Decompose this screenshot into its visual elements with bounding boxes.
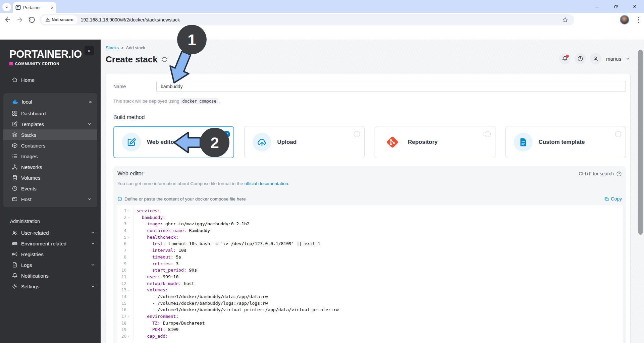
help-button[interactable] xyxy=(575,53,586,64)
yaml-key: network_mode: xyxy=(147,281,181,286)
code-line: 8 timeout: 5s xyxy=(116,254,623,261)
tab-close-icon[interactable]: × xyxy=(51,5,54,10)
sidebar-item-dashboard[interactable]: Dashboard xyxy=(3,108,97,119)
stack-name-input[interactable] xyxy=(156,81,626,92)
fold-spacer xyxy=(127,300,132,307)
fold-chevron-icon[interactable] xyxy=(127,333,132,340)
notifications-bell-button[interactable] xyxy=(559,53,571,64)
browser-profile-avatar[interactable] xyxy=(620,15,629,24)
sidebar-item-label: User-related xyxy=(21,230,49,236)
user-avatar-button[interactable] xyxy=(590,53,601,64)
official-documentation-link[interactable]: official documentation. xyxy=(244,181,289,186)
sidebar-item-settings[interactable]: Settings xyxy=(0,281,101,292)
sidebar-item-volumes[interactable]: Volumes xyxy=(3,172,97,183)
sidebar: PORTAINER.IO COMMUNITY EDITION « Home lo… xyxy=(0,40,101,343)
copy-button[interactable]: Copy xyxy=(604,196,622,202)
home-icon xyxy=(12,77,18,83)
sidebar-item-networks[interactable]: Networks xyxy=(3,162,97,172)
sidebar-item-label: Registries xyxy=(21,251,44,257)
sidebar-item-host[interactable]: Host xyxy=(3,194,97,205)
sidebar-item-label: Logs xyxy=(21,262,32,268)
build-method-upload[interactable]: Upload xyxy=(244,126,365,158)
sidebar-item-stacks[interactable]: Stacks xyxy=(3,129,97,140)
help-circle-icon[interactable] xyxy=(616,171,622,177)
fold-chevron-icon[interactable] xyxy=(127,287,132,293)
sidebar-item-notifications[interactable]: Notifications xyxy=(0,270,101,281)
fold-chevron-icon[interactable] xyxy=(127,234,132,241)
chevron-down-icon[interactable] xyxy=(91,263,95,267)
back-button[interactable] xyxy=(4,16,11,23)
web-editor-icon xyxy=(122,133,141,152)
url-bar[interactable]: Not secure 192.168.1.18:9000/#!/2/docker… xyxy=(40,14,574,25)
users-icon xyxy=(12,230,18,236)
not-secure-badge[interactable]: Not secure xyxy=(41,15,77,24)
templates-icon xyxy=(12,121,18,127)
environment-close-icon[interactable]: × xyxy=(89,99,92,105)
sidebar-item-images[interactable]: Images xyxy=(3,151,97,162)
fold-chevron-icon[interactable] xyxy=(127,214,132,221)
build-method-web-editor[interactable]: Web editor xyxy=(113,126,234,158)
bookmark-star-icon[interactable] xyxy=(562,17,568,23)
chevron-down-icon[interactable] xyxy=(91,284,95,289)
sidebar-item-user-related[interactable]: User-related xyxy=(0,227,101,238)
code-line: 11 user: 999:10 xyxy=(116,274,623,280)
code-gutter: 4 xyxy=(116,227,134,234)
code-line: 19 PORT: 8109 xyxy=(116,326,623,333)
fold-chevron-icon[interactable] xyxy=(127,313,132,320)
radio-circle[interactable] xyxy=(485,131,491,137)
sidebar-item-label: Events xyxy=(21,186,37,191)
fold-chevron-icon[interactable] xyxy=(127,208,132,214)
yaml-key: cap_add: xyxy=(147,334,168,339)
tab-search-button[interactable] xyxy=(2,3,11,11)
breadcrumb-stacks-link[interactable]: Stacks xyxy=(106,45,119,50)
code-text: retries: 3 xyxy=(134,261,178,267)
sidebar-item-environment-related[interactable]: Environment-related xyxy=(0,238,101,249)
sidebar-item-events[interactable]: Events xyxy=(3,183,97,194)
browser-tab[interactable]: Portainer × xyxy=(13,2,56,13)
build-method-repository[interactable]: Repository xyxy=(375,126,495,158)
window-minimize-button[interactable]: – xyxy=(588,0,606,13)
code-line: 20 cap_add: xyxy=(116,333,623,340)
chevron-down-icon[interactable] xyxy=(625,56,631,61)
sidebar-item-label: Environment-related xyxy=(21,241,66,246)
forward-button[interactable] xyxy=(16,16,23,23)
tab-title: Portainer xyxy=(23,5,42,10)
code-text: container_name: Bambuddy xyxy=(134,227,210,234)
line-number: 12 xyxy=(116,280,126,287)
chevron-down-icon[interactable] xyxy=(91,241,95,246)
sidebar-item-label: Templates xyxy=(21,121,44,127)
code-text: user: 999:10 xyxy=(134,274,178,280)
browser-menu-icon[interactable] xyxy=(638,16,639,24)
page-scrollbar-thumb[interactable] xyxy=(638,50,643,235)
volumes-icon xyxy=(12,175,18,181)
line-number: 2 xyxy=(116,214,126,221)
line-number: 17 xyxy=(116,313,126,320)
sidebar-item-templates[interactable]: Templates xyxy=(3,119,97,129)
sidebar-environment-local[interactable]: local × xyxy=(3,95,97,108)
containers-icon xyxy=(12,142,18,149)
upload-icon xyxy=(253,133,271,152)
images-icon xyxy=(12,153,18,159)
build-method-custom-template[interactable]: Custom template xyxy=(505,126,626,158)
window-restore-button[interactable] xyxy=(606,0,625,13)
sidebar-item-home[interactable]: Home xyxy=(0,74,101,85)
header-band xyxy=(0,27,644,40)
host-icon xyxy=(12,196,18,202)
refresh-icon[interactable] xyxy=(162,57,167,62)
chevron-down-icon[interactable] xyxy=(87,197,92,202)
fold-spacer xyxy=(127,293,132,300)
reload-button[interactable] xyxy=(28,16,36,23)
radio-circle[interactable] xyxy=(354,131,360,137)
deploy-note: This stack will be deployed usingdocker … xyxy=(113,99,626,104)
window-close-button[interactable]: × xyxy=(625,0,644,13)
sidebar-item-registries[interactable]: Registries xyxy=(0,249,101,260)
sidebar-collapse-button[interactable]: « xyxy=(85,46,94,55)
docker-compose-chip: docker compose xyxy=(180,98,218,104)
compose-code-editor[interactable]: 1services:2 bambuddy:3 image: ghcr.io/ma… xyxy=(116,205,623,343)
sidebar-item-containers[interactable]: Containers xyxy=(3,140,97,151)
radio-circle[interactable] xyxy=(615,131,621,137)
chevron-down-icon[interactable] xyxy=(87,122,92,126)
code-line: 9 retries: 3 xyxy=(116,261,623,267)
sidebar-item-logs[interactable]: Logs xyxy=(0,260,101,270)
chevron-down-icon[interactable] xyxy=(91,230,95,235)
